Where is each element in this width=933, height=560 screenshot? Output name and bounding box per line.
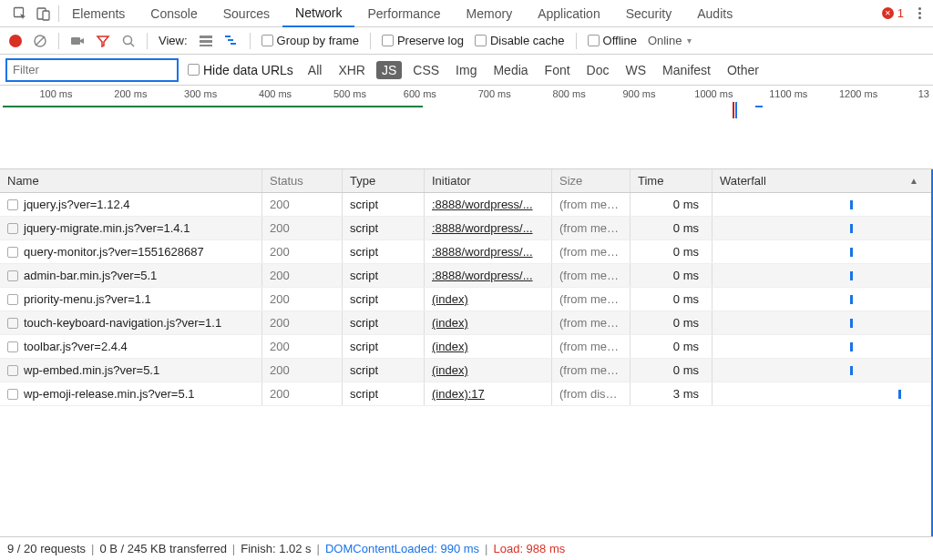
tab-console[interactable]: Console (138, 0, 210, 27)
throttling-select[interactable]: Online (648, 34, 692, 47)
request-status: 200 (262, 382, 343, 405)
table-row[interactable]: toolbar.js?ver=2.4.4200script(index)(fro… (0, 335, 931, 359)
col-initiator[interactable]: Initiator (425, 169, 552, 192)
filter-bar: Hide data URLs AllXHRJSCSSImgMediaFontDo… (0, 55, 933, 86)
request-initiator[interactable]: :8888/wordpress/... (432, 198, 533, 211)
col-type[interactable]: Type (343, 169, 425, 192)
timeline-tick: 1000 ms (694, 88, 733, 99)
col-waterfall[interactable]: Waterfall▲ (713, 169, 931, 192)
tab-elements[interactable]: Elements (59, 0, 138, 27)
tab-security[interactable]: Security (613, 0, 685, 27)
col-size[interactable]: Size (552, 169, 631, 192)
filter-type-img[interactable]: Img (450, 61, 482, 79)
svg-rect-13 (231, 43, 236, 45)
request-status: 200 (262, 217, 343, 239)
table-row[interactable]: wp-embed.min.js?ver=5.1200script(index)(… (0, 359, 931, 382)
request-initiator[interactable]: :8888/wordpress/... (432, 245, 533, 259)
table-row[interactable]: touch-keyboard-navigation.js?ver=1.1200s… (0, 311, 931, 335)
filter-type-manifest[interactable]: Manifest (657, 61, 716, 79)
request-type: script (343, 359, 425, 382)
search-icon[interactable] (121, 34, 136, 48)
table-row[interactable]: priority-menu.js?ver=1.1200script(index)… (0, 288, 931, 311)
svg-rect-12 (228, 39, 233, 41)
file-icon (7, 247, 18, 258)
tab-memory[interactable]: Memory (454, 0, 526, 27)
request-size: (from me… (552, 240, 631, 263)
status-transferred: 0 B / 245 KB transferred (99, 542, 226, 555)
filter-type-js[interactable]: JS (376, 61, 402, 79)
request-initiator[interactable]: (index) (432, 363, 468, 377)
filter-type-xhr[interactable]: XHR (333, 61, 371, 79)
table-row[interactable]: jquery.js?ver=1.12.4200script:8888/wordp… (0, 193, 931, 217)
tab-network[interactable]: Network (282, 0, 354, 27)
request-waterfall (713, 288, 931, 311)
table-row[interactable]: jquery-migrate.min.js?ver=1.4.1200script… (0, 217, 931, 240)
filter-type-media[interactable]: Media (487, 61, 533, 79)
divider (250, 33, 251, 49)
tab-application[interactable]: Application (525, 0, 613, 27)
request-size: (from dis… (552, 382, 631, 405)
group-by-frame-checkbox[interactable]: Group by frame (261, 34, 359, 47)
request-status: 200 (262, 359, 343, 382)
device-toggle-icon[interactable] (36, 6, 51, 21)
timeline-tick: 200 ms (114, 88, 147, 99)
request-status: 200 (262, 193, 343, 216)
timeline-tick: 600 ms (404, 88, 436, 99)
status-finish: Finish: 1.02 s (241, 542, 311, 555)
request-time: 0 ms (631, 240, 713, 263)
svg-rect-5 (71, 37, 80, 45)
col-status[interactable]: Status (262, 169, 343, 192)
timeline-tick: 700 ms (478, 88, 511, 99)
filter-type-other[interactable]: Other (722, 61, 764, 79)
request-waterfall (713, 335, 931, 358)
filter-type-doc[interactable]: Doc (581, 61, 615, 79)
file-icon (7, 270, 18, 281)
error-icon (882, 7, 894, 19)
request-name: toolbar.js?ver=2.4.4 (24, 340, 128, 353)
table-row[interactable]: wp-emoji-release.min.js?ver=5.1200script… (0, 382, 931, 406)
tab-sources[interactable]: Sources (210, 0, 282, 27)
camera-icon[interactable] (70, 34, 85, 48)
preserve-log-checkbox[interactable]: Preserve log (382, 34, 464, 47)
clear-icon[interactable] (33, 34, 47, 48)
request-initiator[interactable]: (index) (432, 340, 468, 353)
request-time: 3 ms (631, 382, 713, 405)
request-name: jquery-migrate.min.js?ver=1.4.1 (24, 221, 190, 235)
request-initiator[interactable]: :8888/wordpress/... (432, 269, 533, 282)
record-button[interactable] (9, 35, 22, 47)
col-name[interactable]: Name (0, 169, 262, 192)
request-initiator[interactable]: (index):17 (432, 387, 485, 401)
request-name: wp-embed.min.js?ver=5.1 (24, 363, 159, 377)
table-row[interactable]: query-monitor.js?ver=1551628687200script… (0, 240, 931, 264)
request-name: wp-emoji-release.min.js?ver=5.1 (24, 387, 195, 401)
svg-rect-2 (43, 11, 49, 20)
col-time[interactable]: Time (631, 169, 713, 192)
request-waterfall (713, 264, 931, 287)
waterfall-view-icon[interactable] (224, 34, 239, 48)
large-rows-icon[interactable] (199, 34, 213, 48)
more-menu-icon[interactable] (911, 7, 928, 19)
request-status: 200 (262, 311, 343, 334)
tab-performance[interactable]: Performance (354, 0, 453, 27)
filter-type-all[interactable]: All (302, 61, 328, 79)
offline-checkbox[interactable]: Offline (588, 34, 637, 47)
inspect-icon[interactable] (13, 6, 27, 21)
filter-input[interactable] (5, 58, 179, 82)
filter-type-css[interactable]: CSS (407, 61, 445, 79)
hide-data-urls-checkbox[interactable]: Hide data URLs (188, 63, 293, 77)
request-initiator[interactable]: (index) (432, 316, 468, 330)
error-count[interactable]: 1 (875, 6, 911, 20)
request-size: (from me… (552, 335, 631, 358)
error-count-value: 1 (897, 6, 904, 20)
disable-cache-checkbox[interactable]: Disable cache (475, 34, 565, 47)
request-initiator[interactable]: (index) (432, 292, 468, 306)
request-initiator[interactable]: :8888/wordpress/... (432, 221, 533, 235)
request-type: script (343, 288, 425, 311)
file-icon (7, 294, 18, 305)
filter-type-ws[interactable]: WS (620, 61, 652, 79)
timeline-overview[interactable]: 100 ms200 ms300 ms400 ms500 ms600 ms700 … (0, 86, 933, 169)
filter-type-font[interactable]: Font (539, 61, 576, 79)
filter-toggle-icon[interactable] (96, 34, 110, 48)
table-row[interactable]: admin-bar.min.js?ver=5.1200script:8888/w… (0, 264, 931, 288)
tab-audits[interactable]: Audits (684, 0, 745, 27)
